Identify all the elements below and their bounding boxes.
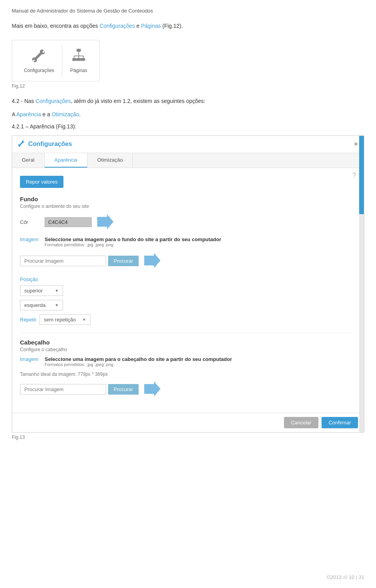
tab-otimizacao[interactable]: Otimização (87, 153, 133, 168)
modal-title-text: Configurações (28, 141, 72, 148)
cabecalho-imagem-row: Imagem Seleccione uma imagem para o cabe… (20, 356, 352, 367)
fig13-caption: Fig.13 (12, 435, 364, 440)
intro-text: Mais em baixo, encontra as opções (12, 23, 99, 29)
esquerda-select-row: esquerda ▼ (20, 300, 352, 310)
cancelar-button[interactable]: Cancelar (284, 417, 318, 428)
fig12-paginas-label: Páginas (70, 68, 87, 73)
procurar-row-cabecalho: Procurar (20, 380, 352, 399)
procurar-button-fundo[interactable]: Procurar (108, 256, 139, 266)
intro-paragraph: Mais em baixo, encontra as opções Config… (12, 22, 364, 30)
cabecalho-imagem-title: Seleccione uma imagem para o cabeçalho d… (45, 356, 232, 362)
page-title: Manual de Administrador do Sistema de Ge… (12, 8, 364, 14)
superior-arrow-icon: ▼ (55, 289, 59, 293)
repor-valores-button[interactable]: Repor valores (20, 176, 63, 188)
section42-rest: , além do já visto em 1.2, existem as se… (71, 98, 205, 104)
arrow-right-icon-3 (143, 380, 162, 399)
cor-label: Côr (20, 219, 42, 225)
procurar-row-fundo: Procurar (20, 252, 352, 271)
cabecalho-desc: Configure o cabeçalho (20, 347, 352, 352)
svg-marker-11 (144, 381, 161, 396)
posicao-section: Posição superior ▼ esquerda ▼ (20, 276, 352, 310)
svg-marker-10 (144, 253, 161, 268)
paginas-link[interactable]: Páginas (141, 23, 161, 29)
modal-body: ? Repor valores Fundo Configure o ambien… (12, 168, 364, 413)
modal-tabs: Geral Aparência Otimização (12, 153, 364, 168)
svg-rect-3 (77, 58, 81, 61)
arrow-right-icon-2 (143, 252, 162, 271)
cabecalho-imagem-info: Seleccione uma imagem para o cabeçalho d… (45, 356, 232, 367)
svg-marker-9 (97, 214, 114, 229)
procurar-imagem-input-cabecalho[interactable] (20, 384, 106, 395)
intro-end: (Fig.12). (161, 23, 183, 29)
network-icon (72, 48, 86, 66)
superior-select-row: superior ▼ (20, 285, 352, 296)
svg-rect-0 (77, 49, 81, 52)
copyright: ©2013 (327, 574, 342, 580)
esquerda-value: esquerda (24, 302, 45, 308)
svg-rect-2 (81, 58, 85, 61)
svg-rect-1 (72, 58, 77, 61)
imagem-label: Imagem (20, 236, 42, 242)
posicao-label: Posição (20, 276, 352, 282)
modal-title-container: Configurações (18, 140, 72, 149)
section421-title: 4.2.1 – Aparência (Fig.13): (12, 123, 364, 130)
fundo-section: Fundo Configure o ambiente do seu site C… (20, 196, 352, 325)
a-text: A (12, 111, 16, 117)
fig12-configuracoes-label: Configurações (24, 68, 54, 73)
otimizacao-link[interactable]: Otimização (52, 111, 79, 117)
otimizacao-text: e a (41, 111, 52, 117)
superior-select[interactable]: superior ▼ (20, 285, 63, 296)
procurar-button-cabecalho[interactable]: Procurar (108, 384, 139, 395)
help-icon[interactable]: ? (352, 172, 356, 179)
imagem-field-row: Imagem Seleccione uma imagem para o fund… (20, 236, 352, 247)
repetir-arrow-icon: ▼ (82, 317, 86, 322)
cabecalho-section: Cabeçalho Configure o cabeçalho Imagem S… (20, 339, 352, 399)
cor-input[interactable] (45, 217, 92, 227)
procurar-imagem-input-fundo[interactable] (20, 256, 106, 266)
superior-value: superior (24, 288, 43, 294)
intro-middle: e (135, 23, 141, 29)
imagem-title: Seleccione uma imagem para o fundo do si… (45, 236, 221, 242)
esquerda-arrow-icon: ▼ (55, 303, 59, 307)
page-footer: ©2013 /// 10 | 31 (327, 574, 364, 580)
aparencia-otimizacao-text: A Aparência e a Otimização. (12, 110, 364, 119)
configuracoes-link1[interactable]: Configurações (99, 23, 135, 29)
section42-prefix: 4.2 - Nas (12, 98, 36, 104)
repetir-label: Repetir (20, 317, 36, 323)
repetir-row: Repetir sem repetição ▼ (20, 314, 352, 325)
cabecalho-imagem-formats: Formatos permitidos: .jpg .jpeg .png (45, 362, 232, 367)
wrench-icon (32, 48, 46, 66)
tamanho-info: Tamanho ideal da imagem: 779px * 389px (20, 372, 352, 377)
configuracoes-link2[interactable]: Configurações (36, 98, 71, 104)
modal-scrollbar[interactable] (359, 136, 364, 432)
footer-page: 10 (349, 574, 354, 580)
tab-geral[interactable]: Geral (12, 153, 45, 168)
fig12-configuracoes-item[interactable]: Configurações (16, 44, 62, 77)
modal-close-button[interactable]: × (354, 140, 358, 148)
esquerda-select[interactable]: esquerda ▼ (20, 300, 63, 310)
modal-header: Configurações × (12, 136, 364, 153)
section42-text: 4.2 - Nas Configurações, além do já vist… (12, 97, 364, 106)
modal-footer: Cancelar Confirmar (12, 413, 364, 432)
aparencia-link[interactable]: Aparência (16, 111, 41, 117)
fundo-heading: Fundo (20, 196, 352, 202)
repetir-value: sem repetição (44, 317, 76, 323)
tab-aparencia[interactable]: Aparência (45, 153, 88, 168)
imagem-formats: Formatos permitidos: .jpg .jpeg .png (45, 242, 221, 247)
divider (20, 333, 352, 333)
cor-field-row: Côr (20, 213, 352, 232)
footer-pipe: | (356, 574, 359, 580)
fig12-caption: Fig.12 (12, 83, 364, 89)
modal-title-icon (18, 140, 25, 149)
arrow-right-icon-1 (96, 213, 115, 232)
footer-separator2: /// (343, 574, 347, 580)
footer-total: 31 (359, 574, 364, 580)
repetir-select[interactable]: sem repetição ▼ (40, 314, 90, 325)
cabecalho-imagem-label: Imagem (20, 356, 42, 362)
fig12-box: Configurações (12, 40, 99, 81)
confirmar-button[interactable]: Confirmar (322, 417, 358, 428)
scrollbar-thumb (359, 136, 364, 214)
config-modal: Configurações × Geral Aparência Otimizaç… (12, 135, 364, 433)
fundo-desc: Configure o ambiente do seu site (20, 204, 352, 209)
fig12-paginas-item[interactable]: Páginas (62, 44, 95, 77)
